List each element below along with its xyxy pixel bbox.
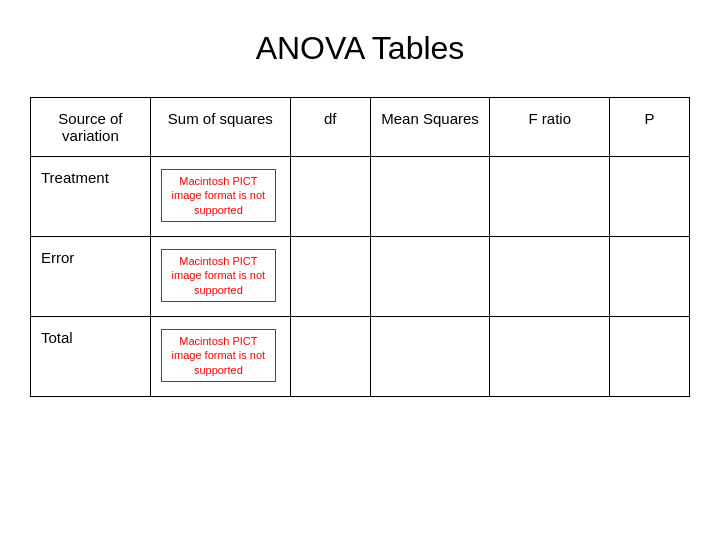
table-row: Total Macintosh PICT image format is not… xyxy=(31,317,690,397)
cell-error-p xyxy=(610,237,690,317)
cell-treatment-df xyxy=(290,157,370,237)
cell-total-source: Total xyxy=(31,317,151,397)
header-f: F ratio xyxy=(490,98,610,157)
cell-error-f xyxy=(490,237,610,317)
cell-treatment-source: Treatment xyxy=(31,157,151,237)
cell-total-sum: Macintosh PICT image format is not suppo… xyxy=(150,317,290,397)
anova-table: Source of variation Sum of squares df Me… xyxy=(30,97,690,397)
cell-error-source: Error xyxy=(31,237,151,317)
pict-image-treatment: Macintosh PICT image format is not suppo… xyxy=(161,169,276,222)
header-source: Source of variation xyxy=(31,98,151,157)
cell-total-df xyxy=(290,317,370,397)
page-title: ANOVA Tables xyxy=(256,30,465,67)
table-row: Treatment Macintosh PICT image format is… xyxy=(31,157,690,237)
header-sum: Sum of squares xyxy=(150,98,290,157)
cell-error-df xyxy=(290,237,370,317)
header-p: P xyxy=(610,98,690,157)
cell-treatment-p xyxy=(610,157,690,237)
cell-total-f xyxy=(490,317,610,397)
header-df: df xyxy=(290,98,370,157)
cell-error-mean xyxy=(370,237,490,317)
cell-error-sum: Macintosh PICT image format is not suppo… xyxy=(150,237,290,317)
header-mean: Mean Squares xyxy=(370,98,490,157)
cell-total-mean xyxy=(370,317,490,397)
cell-treatment-f xyxy=(490,157,610,237)
cell-treatment-mean xyxy=(370,157,490,237)
header-row: Source of variation Sum of squares df Me… xyxy=(31,98,690,157)
table-row: Error Macintosh PICT image format is not… xyxy=(31,237,690,317)
pict-image-error: Macintosh PICT image format is not suppo… xyxy=(161,249,276,302)
cell-treatment-sum: Macintosh PICT image format is not suppo… xyxy=(150,157,290,237)
pict-image-total: Macintosh PICT image format is not suppo… xyxy=(161,329,276,382)
cell-total-p xyxy=(610,317,690,397)
